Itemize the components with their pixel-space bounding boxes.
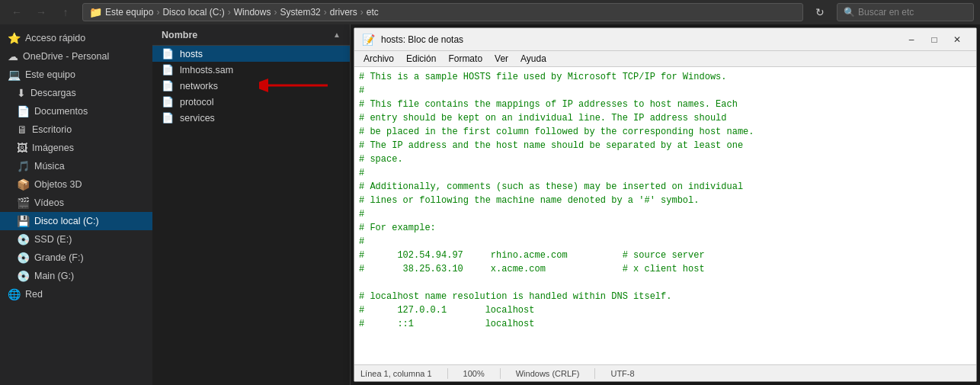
file-item-lmhosts[interactable]: 📄 lmhosts.sam [152, 62, 350, 78]
search-placeholder: Buscar en etc [858, 7, 914, 18]
file-name-networks: networks [180, 81, 341, 91]
notepad-minimize-button[interactable]: – [900, 28, 923, 51]
statusbar-position: Línea 1, columna 1 [360, 369, 432, 378]
sidebar: ⭐ Acceso rápido ☁ OneDrive - Personal 💻 … [0, 24, 152, 385]
sidebar-label-descargas: Descargas [30, 88, 145, 98]
sidebar-item-ssd[interactable]: 💿 SSD (E:) [0, 230, 152, 249]
sidebar-label-videos: Vídeos [34, 197, 145, 208]
menu-archivo[interactable]: Archivo [357, 51, 400, 66]
sidebar-item-acceso-rapido[interactable]: ⭐ Acceso rápido [0, 29, 152, 47]
notepad-icon: 📝 [362, 34, 375, 46]
breadcrumb-este-equipo[interactable]: Este equipo [105, 7, 153, 18]
sidebar-item-objetos3d[interactable]: 📦 Objetos 3D [0, 175, 152, 194]
sidebar-item-descargas[interactable]: ⬇ Descargas [0, 84, 152, 102]
sidebar-item-main[interactable]: 💿 Main (G:) [0, 267, 152, 285]
main-area: ⭐ Acceso rápido ☁ OneDrive - Personal 💻 … [0, 24, 980, 385]
star-icon: ⭐ [8, 32, 21, 44]
download-icon: ⬇ [17, 87, 26, 99]
statusbar-sep-3 [594, 368, 595, 379]
notepad-window: 📝 hosts: Bloc de notas – □ ✕ Archivo Edi… [354, 27, 977, 382]
sidebar-item-grande[interactable]: 💿 Grande (F:) [0, 249, 152, 267]
sidebar-label-onedrive: OneDrive - Personal [23, 51, 145, 62]
up-button[interactable]: ↑ [55, 2, 76, 23]
sidebar-label-disco-local: Disco local (C:) [34, 216, 145, 226]
file-name-lmhosts: lmhosts.sam [180, 65, 341, 75]
desktop-icon: 🖥 [17, 124, 27, 136]
main-icon: 💿 [17, 270, 30, 282]
sidebar-label-musica: Música [34, 161, 145, 172]
sidebar-label-este-equipo: Este equipo [25, 69, 145, 80]
refresh-button[interactable]: ↻ [809, 2, 831, 23]
file-name-services: services [180, 113, 341, 124]
file-item-networks[interactable]: 📄 networks [152, 78, 350, 94]
statusbar-line-ending: Windows (CRLF) [516, 369, 580, 378]
file-icon-protocol: 📄 [162, 96, 174, 107]
address-bar[interactable]: 📁 Este equipo › Disco local (C:) › Windo… [82, 3, 803, 21]
menu-ver[interactable]: Ver [488, 51, 514, 66]
music-icon: 🎵 [17, 160, 30, 172]
notepad-content[interactable]: # This is a sample HOSTS file used by Mi… [354, 67, 976, 364]
document-icon: 📄 [17, 105, 30, 117]
folder-icon: 📁 [89, 6, 102, 18]
network-icon: 🌐 [8, 288, 21, 300]
notepad-maximize-button[interactable]: □ [923, 28, 946, 51]
sort-arrow-icon: ▲ [333, 30, 341, 39]
statusbar-sep-1 [447, 368, 448, 379]
file-name-hosts: hosts [180, 49, 341, 59]
notepad-close-button[interactable]: ✕ [946, 28, 969, 51]
file-item-hosts[interactable]: 📄 hosts [152, 46, 350, 62]
sidebar-label-main: Main (G:) [34, 271, 145, 281]
file-item-services[interactable]: 📄 services [152, 110, 350, 126]
menu-formato[interactable]: Formato [442, 51, 488, 66]
sidebar-label-objetos3d: Objetos 3D [34, 179, 145, 190]
breadcrumb-drivers[interactable]: drivers [330, 7, 357, 18]
sidebar-item-videos[interactable]: 🎬 Vídeos [0, 194, 152, 212]
file-icon-hosts: 📄 [162, 48, 174, 59]
file-icon-lmhosts: 📄 [162, 64, 174, 75]
disk-icon: 💾 [17, 215, 30, 227]
sidebar-item-musica[interactable]: 🎵 Música [0, 157, 152, 175]
sidebar-label-grande: Grande (F:) [34, 252, 145, 263]
sidebar-label-red: Red [25, 289, 145, 300]
sidebar-item-documentos[interactable]: 📄 Documentos [0, 102, 152, 120]
breadcrumb-disco-local[interactable]: Disco local (C:) [162, 7, 224, 18]
nav-buttons: ← → ↑ [6, 2, 76, 23]
computer-icon: 💻 [8, 69, 21, 81]
file-list-header-label: Nombre [162, 30, 197, 40]
sidebar-label-ssd: SSD (E:) [34, 234, 145, 245]
statusbar-encoding: UTF-8 [610, 369, 634, 378]
breadcrumb-etc[interactable]: etc [367, 7, 379, 18]
3d-icon: 📦 [17, 178, 30, 191]
file-list-body: 📄 hosts 📄 lmhosts.sam 📄 networks 📄 proto… [152, 46, 350, 385]
sidebar-label-documentos: Documentos [34, 106, 145, 117]
menu-ayuda[interactable]: Ayuda [514, 51, 552, 66]
sidebar-item-red[interactable]: 🌐 Red [0, 285, 152, 303]
search-icon: 🔍 [844, 7, 855, 18]
sidebar-item-disco-local[interactable]: 💾 Disco local (C:) [0, 212, 152, 230]
file-list-header: Nombre ▲ [152, 24, 350, 46]
cloud-icon: ☁ [8, 50, 18, 63]
file-icon-services: 📄 [162, 112, 174, 124]
sidebar-item-imagenes[interactable]: 🖼 Imágenes [0, 139, 152, 157]
sidebar-label-imagenes: Imágenes [32, 143, 145, 153]
image-icon: 🖼 [17, 142, 27, 154]
forward-button[interactable]: → [30, 2, 52, 23]
back-button[interactable]: ← [6, 2, 27, 23]
file-icon-networks: 📄 [162, 80, 174, 91]
search-bar[interactable]: 🔍 Buscar en etc [837, 3, 974, 21]
sidebar-item-este-equipo[interactable]: 💻 Este equipo [0, 66, 152, 84]
breadcrumb-windows[interactable]: Windows [234, 7, 271, 18]
sidebar-label-escritorio: Escritorio [32, 124, 145, 135]
sidebar-item-escritorio[interactable]: 🖥 Escritorio [0, 120, 152, 139]
grande-icon: 💿 [17, 252, 30, 264]
statusbar-sep-2 [500, 368, 501, 379]
notepad-titlebar: 📝 hosts: Bloc de notas – □ ✕ [354, 28, 976, 51]
sidebar-item-onedrive[interactable]: ☁ OneDrive - Personal [0, 47, 152, 66]
notepad-window-buttons: – □ ✕ [900, 28, 969, 51]
breadcrumb-system32[interactable]: System32 [280, 7, 320, 18]
menu-edicion[interactable]: Edición [400, 51, 442, 66]
ssd-icon: 💿 [17, 233, 30, 245]
file-item-protocol[interactable]: 📄 protocol [152, 94, 350, 110]
file-name-protocol: protocol [180, 97, 341, 107]
video-icon: 🎬 [17, 197, 30, 209]
